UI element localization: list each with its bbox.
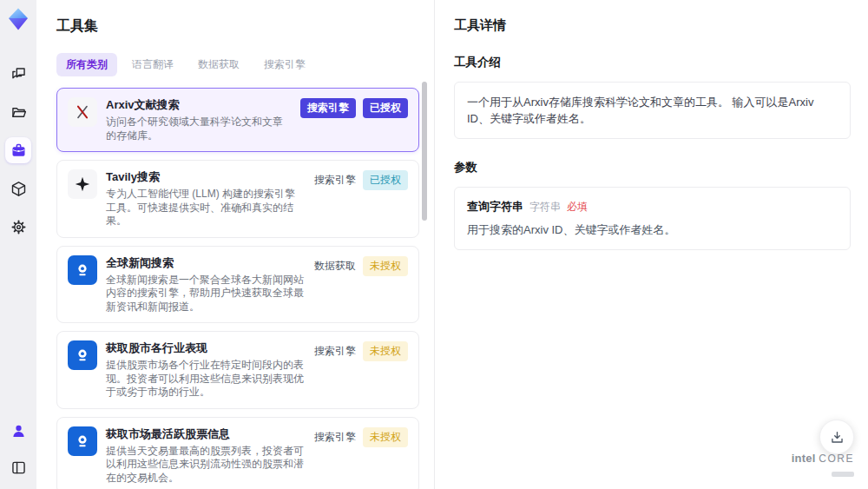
tab-0[interactable]: 所有类别 — [56, 53, 117, 76]
sidebar-bottom — [5, 418, 31, 480]
tool-card[interactable]: 全球新闻搜索 全球新闻搜索是一个聚合全球各大新闻网站内容的搜索引擎，帮助用户快速… — [56, 246, 419, 324]
settings-icon[interactable] — [5, 214, 31, 240]
cube-icon[interactable] — [5, 175, 31, 202]
app-logo — [6, 7, 30, 31]
tool-details-panel: 工具详情 工具介绍 一个用于从Arxiv存储库搜索科学论文和文章的工具。 输入可… — [434, 0, 868, 489]
toolbox-icon[interactable] — [5, 137, 31, 163]
tool-description: 访问各个研究领域大量科学论文和文章的存储库。 — [106, 116, 290, 142]
tool-name: 获取市场最活跃股票信息 — [106, 426, 304, 441]
panel-toggle-icon[interactable] — [5, 454, 31, 480]
tool-name: Tavily搜索 — [106, 169, 304, 184]
tab-2[interactable]: 数据获取 — [188, 53, 249, 76]
auth-badge: 已授权 — [363, 98, 408, 118]
tab-3[interactable]: 搜索引擎 — [254, 53, 315, 76]
page-title: 工具集 — [56, 17, 434, 36]
tab-1[interactable]: 语言翻译 — [122, 53, 183, 76]
sidebar-nav — [5, 61, 31, 240]
chat-icon[interactable] — [5, 61, 31, 87]
params-heading: 参数 — [454, 160, 851, 175]
parameter-type: 字符串 — [529, 200, 561, 215]
brand-intel: intel — [792, 452, 816, 465]
intel-core-logo: intel core — [792, 452, 854, 480]
tool-description: 提供当天交易量最高的股票列表，投资者可以利用这些信息来识别流动性强的股票和潜在的… — [106, 445, 304, 486]
category-badge: 搜索引擎 — [314, 341, 356, 361]
tool-card[interactable]: Arxiv文献搜索 访问各个研究领域大量科学论文和文章的存储库。 搜索引擎 已授… — [56, 88, 419, 152]
tool-card[interactable]: Tavily搜索 专为人工智能代理 (LLM) 构建的搜索引擎工具。可快速提供实… — [56, 160, 419, 238]
category-badge: 搜索引擎 — [300, 98, 356, 118]
brand-core: core — [819, 453, 854, 465]
auth-badge: 未授权 — [363, 341, 408, 361]
tool-tags: 搜索引擎 未授权 — [314, 426, 408, 486]
news-app-icon — [68, 255, 97, 285]
auth-badge: 未授权 — [363, 256, 408, 276]
sidebar-rail — [0, 0, 36, 489]
folder-icon[interactable] — [5, 99, 31, 125]
category-tabs: 所有类别 语言翻译 数据获取 搜索引擎 — [56, 53, 434, 76]
brand-bar — [832, 472, 854, 477]
tool-description: 全球新闻搜索是一个聚合全球各大新闻网站内容的搜索引擎，帮助用户快速获取全球最新资… — [106, 274, 304, 314]
tool-list-panel: 工具集 所有类别 语言翻译 数据获取 搜索引擎 Arxiv文献搜索 访问各个研究… — [36, 0, 434, 489]
download-button[interactable] — [819, 420, 854, 454]
tool-intro-box: 一个用于从Arxiv存储库搜索科学论文和文章的工具。 输入可以是Arxiv ID… — [454, 82, 851, 139]
auth-badge: 已授权 — [363, 170, 408, 190]
parameter-box: 查询字符串 字符串 必填 用于搜索的Arxiv ID、关键字或作者姓名。 — [454, 187, 851, 250]
app-window: 工具集 所有类别 语言翻译 数据获取 搜索引擎 Arxiv文献搜索 访问各个研究… — [0, 0, 868, 489]
stock-app-icon — [68, 340, 97, 370]
intro-heading: 工具介绍 — [454, 55, 851, 70]
user-icon[interactable] — [5, 418, 31, 444]
tool-list: Arxiv文献搜索 访问各个研究领域大量科学论文和文章的存储库。 搜索引擎 已授… — [56, 88, 419, 489]
stock-app-icon — [68, 426, 97, 456]
tool-description: 专为人工智能代理 (LLM) 构建的搜索引擎工具。可快速提供实时、准确和真实的结… — [106, 188, 304, 228]
tool-tags: 搜索引擎 未授权 — [314, 340, 408, 400]
tool-tags: 数据获取 未授权 — [314, 255, 408, 314]
parameter-description: 用于搜索的Arxiv ID、关键字或作者姓名。 — [467, 222, 838, 238]
auth-badge: 未授权 — [363, 427, 408, 447]
tool-name: Arxiv文献搜索 — [106, 97, 290, 112]
tool-tags: 搜索引擎 已授权 — [314, 169, 408, 228]
sparkle-icon — [68, 169, 97, 199]
tool-name: 获取股市各行业表现 — [106, 340, 304, 355]
tool-name: 全球新闻搜索 — [106, 255, 304, 270]
category-badge: 搜索引擎 — [314, 170, 356, 190]
category-badge: 搜索引擎 — [314, 427, 356, 447]
list-scrollbar[interactable] — [422, 82, 427, 221]
details-title: 工具详情 — [454, 17, 851, 34]
parameter-header: 查询字符串 字符串 必填 — [467, 199, 838, 215]
category-badge: 数据获取 — [314, 256, 356, 276]
tool-description: 提供股票市场各个行业在特定时间段内的表现。投资者可以利用这些信息来识别表现优于或… — [106, 359, 304, 400]
parameter-name: 查询字符串 — [467, 199, 523, 215]
tool-card[interactable]: 获取市场最活跃股票信息 提供当天交易量最高的股票列表，投资者可以利用这些信息来识… — [56, 417, 419, 489]
parameter-required-badge: 必填 — [567, 200, 588, 215]
tool-card[interactable]: 获取股市各行业表现 提供股票市场各个行业在特定时间段内的表现。投资者可以利用这些… — [56, 331, 419, 409]
arxiv-logo-icon — [68, 97, 97, 127]
tool-tags: 搜索引擎 已授权 — [300, 97, 408, 142]
